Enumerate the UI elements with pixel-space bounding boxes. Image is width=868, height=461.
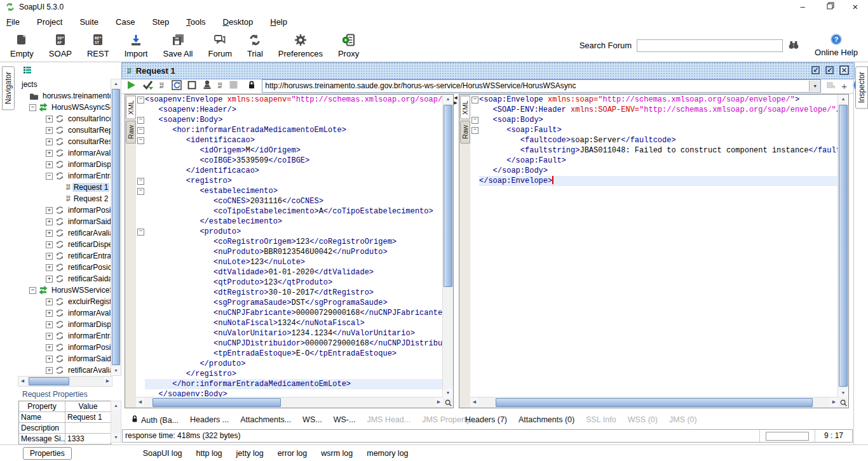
tree-vertical-scrollbar[interactable]: ▲ ▼	[111, 79, 121, 376]
property-row[interactable]: Message Si...1333	[19, 434, 111, 444]
fold-gutter[interactable]: −	[136, 95, 145, 105]
tree-item-informarsaidam[interactable]: +informarSaidaM	[18, 216, 111, 227]
inspector-tab[interactable]: Inspector	[855, 66, 868, 109]
empty-button[interactable]: *Empty	[3, 30, 41, 58]
scroll-right-icon[interactable]: ▶	[104, 377, 112, 385]
restore-button[interactable]	[821, 1, 840, 13]
online-help-button[interactable]: ? Online Help	[815, 34, 858, 57]
tree-item-horuswsservicesoa[interactable]: −HorusWSServiceSoa	[18, 284, 111, 296]
expand-icon[interactable]: +	[46, 264, 53, 271]
tree-item-retificarsaidame[interactable]: +retificarSaidaMe	[18, 273, 111, 284]
forum-button[interactable]: Forum	[200, 30, 240, 58]
log-tab-jetty-log[interactable]: jetty log	[236, 449, 264, 458]
scroll-left-icon[interactable]: ◀	[18, 377, 27, 385]
scroll-right-icon[interactable]: ▶	[435, 398, 443, 406]
scroll-down-icon[interactable]: ▼	[111, 366, 121, 375]
magnifier-icon[interactable]	[838, 398, 848, 408]
tree-item-informarposica[interactable]: +informarPosica	[18, 342, 111, 353]
tree-item-retificaravaliaca[interactable]: +retificarAvaliaca	[18, 364, 111, 375]
tree-item-consultarrepro[interactable]: +consultarRepro	[18, 124, 111, 136]
fold-collapse-icon[interactable]: −	[137, 137, 144, 144]
request-vertical-scrollbar[interactable]: ▲ ▼	[442, 95, 453, 398]
tree-item-horuswsasyncserv[interactable]: −HorusWSAsyncServ	[18, 102, 111, 113]
fold-collapse-icon[interactable]: −	[137, 117, 144, 124]
fold-collapse-icon[interactable]: −	[137, 188, 144, 195]
request-xml-content[interactable]: −<soapenv:Envelope xmlns:soapenv="http:/…	[136, 95, 443, 398]
expand-icon[interactable]: +	[46, 253, 53, 260]
scroll-up-icon[interactable]: ▲	[111, 401, 121, 410]
tree-horizontal-scrollbar[interactable]: ◀ ▶	[18, 376, 112, 387]
save-all-button[interactable]: Save All	[155, 30, 200, 58]
fold-collapse-icon[interactable]: −	[137, 229, 144, 236]
tree-item-retificarentradal[interactable]: +retificarEntradal	[18, 250, 111, 262]
expand-icon[interactable]: +	[46, 161, 53, 168]
tab-xml[interactable]: XML	[460, 96, 470, 119]
scrollbar-thumb[interactable]	[153, 398, 281, 407]
log-tab-error-log[interactable]: error log	[278, 449, 308, 458]
properties-button[interactable]: Properties	[23, 447, 72, 460]
unmaximize-icon[interactable]	[811, 66, 820, 76]
inspector-tab-ws-[interactable]: WS-...	[334, 415, 356, 424]
tab-raw[interactable]: Raw	[460, 121, 470, 144]
tab-xml[interactable]: XML	[126, 96, 136, 119]
tree-item-informardispen[interactable]: +informarDispen	[18, 159, 111, 170]
fold-collapse-icon[interactable]: −	[471, 127, 478, 134]
scroll-down-icon[interactable]: ▼	[838, 389, 848, 398]
tree-item-informaravaliac[interactable]: +informarAvaliac	[18, 307, 111, 319]
inspector-tab-attachments-0-[interactable]: Attachments (0)	[519, 415, 574, 424]
soap-action-icon[interactable]: SOAP	[218, 83, 222, 89]
rest-button[interactable]: RE*STREST	[79, 30, 117, 58]
expand-icon[interactable]: +	[46, 321, 53, 328]
inspector-tab-attachments-[interactable]: Attachments...	[240, 415, 291, 424]
navigator-tab[interactable]: Navigator	[2, 66, 15, 110]
trial-button[interactable]: Trial	[240, 30, 271, 58]
tree-item-consultarresult[interactable]: +consultarResult	[18, 136, 111, 147]
tree-item-informaravaliac[interactable]: +informarAvaliac	[18, 147, 111, 159]
tree-item-excluirregistros[interactable]: +excluirRegistros	[18, 296, 111, 307]
fold-gutter[interactable]: −	[136, 176, 145, 186]
tree-item-consultarincons[interactable]: +consultarIncons	[18, 113, 111, 124]
menu-help[interactable]: Help	[270, 17, 287, 27]
add-endpoint-icon[interactable]: +	[841, 81, 847, 91]
expand-icon[interactable]: +	[46, 127, 53, 134]
expand-icon[interactable]: +	[46, 276, 53, 283]
request-horizontal-scrollbar[interactable]: ◀ ▶	[136, 397, 443, 408]
fold-gutter[interactable]: −	[136, 186, 145, 196]
properties-scrollbar[interactable]: ▲ ▼	[111, 401, 121, 443]
response-xml-content[interactable]: −<soap:Envelope xmlns:soap="http://schem…	[470, 95, 838, 398]
scroll-up-icon[interactable]: ▲	[838, 95, 848, 104]
menu-step[interactable]: Step	[152, 17, 169, 27]
fold-collapse-icon[interactable]: −	[137, 97, 144, 104]
expand-icon[interactable]: +	[46, 356, 53, 363]
menu-tools[interactable]: Tools	[186, 17, 205, 27]
expand-icon[interactable]: +	[46, 116, 53, 123]
tree-item-request-1[interactable]: SOAPRequest 1	[18, 182, 111, 193]
log-tab-memory-log[interactable]: memory log	[367, 449, 408, 458]
response-vertical-scrollbar[interactable]: ▲ ▼	[837, 95, 848, 398]
scroll-down-icon[interactable]: ▼	[111, 433, 121, 442]
tree-item-informarentrada[interactable]: −informarEntrada	[18, 170, 111, 182]
soap-action-icon[interactable]: SOAP	[159, 83, 164, 89]
expand-icon[interactable]: +	[46, 218, 53, 225]
scrollbar-thumb[interactable]	[444, 105, 452, 287]
log-tab-wsrm-log[interactable]: wsrm log	[321, 449, 353, 458]
expand-icon[interactable]: +	[46, 333, 53, 340]
tab-raw[interactable]: Raw	[126, 121, 136, 144]
menu-suite[interactable]: Suite	[79, 17, 98, 27]
endpoint-combo[interactable]: ▼	[262, 79, 821, 93]
menu-file[interactable]: File	[6, 17, 20, 27]
expand-icon[interactable]: +	[46, 138, 53, 145]
recreate-request-icon[interactable]	[172, 80, 182, 92]
menu-desktop[interactable]: Desktop	[223, 17, 254, 27]
import-button[interactable]: Import	[117, 30, 156, 58]
proxy-button[interactable]: Proxy	[330, 30, 367, 58]
fold-gutter[interactable]: −	[470, 115, 479, 125]
expand-icon[interactable]: +	[46, 298, 53, 305]
scrollbar-thumb[interactable]	[839, 105, 848, 387]
expand-icon[interactable]: +	[46, 310, 53, 317]
endpoint-url-input[interactable]	[262, 81, 809, 90]
minimize-window-icon[interactable]	[825, 66, 834, 76]
fold-gutter[interactable]: −	[136, 227, 145, 237]
tree-item-retificarposicao[interactable]: +retificarPosicao	[18, 262, 111, 273]
expand-icon[interactable]: +	[46, 207, 53, 214]
